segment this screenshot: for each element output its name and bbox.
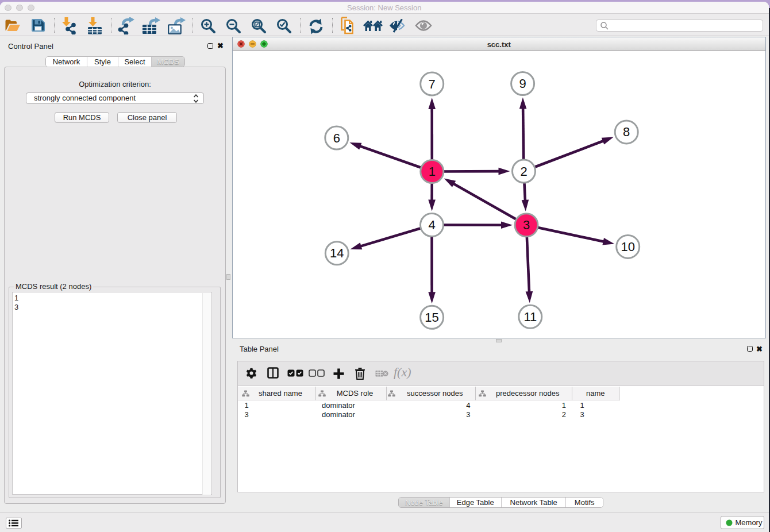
svg-text:8: 8 xyxy=(623,125,630,139)
svg-text:14: 14 xyxy=(330,246,344,260)
svg-text:10: 10 xyxy=(621,239,634,253)
svg-text:11: 11 xyxy=(523,309,537,323)
svg-text:4: 4 xyxy=(428,218,435,232)
svg-text:1: 1 xyxy=(428,164,435,179)
svg-text:9: 9 xyxy=(519,76,526,91)
svg-text:6: 6 xyxy=(333,130,340,145)
svg-text:7: 7 xyxy=(428,76,435,91)
svg-text:2: 2 xyxy=(520,164,527,178)
svg-text:3: 3 xyxy=(522,218,529,232)
svg-text:15: 15 xyxy=(425,310,438,324)
